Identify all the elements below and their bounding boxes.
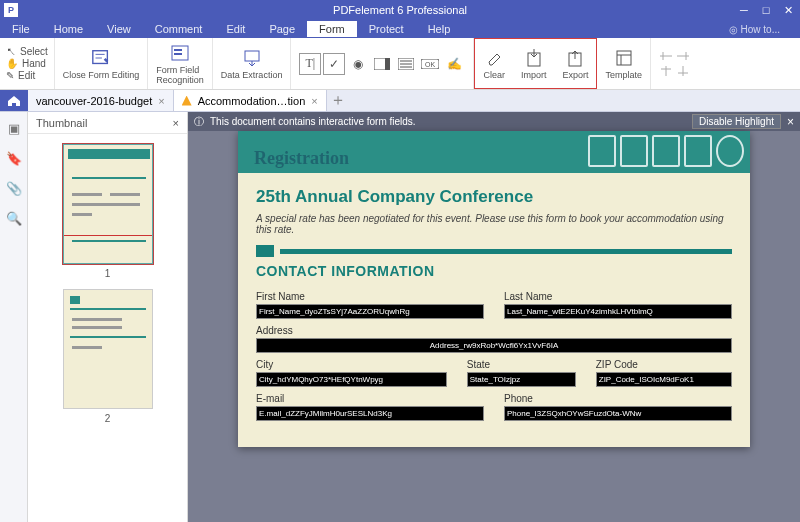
form-info-bar: ⓘ This document contains interactive for… — [188, 112, 800, 131]
document-tab-bar: vancouver-2016-budget × Accommodation…ti… — [0, 90, 800, 112]
svg-rect-4 — [245, 51, 259, 61]
app-icon: P — [4, 3, 18, 17]
hdr-icon-3 — [652, 135, 680, 167]
add-tab-button[interactable]: ＋ — [327, 90, 349, 111]
registration-heading: Registration — [254, 148, 349, 169]
address-field[interactable]: Address_rw9xRob*Wcfl6Yx1VvF6IA — [256, 338, 732, 353]
checkbox-tool[interactable]: ✓ — [323, 53, 345, 75]
search-icon[interactable]: 🔍 — [6, 210, 22, 226]
email-label: E-mail — [256, 393, 484, 404]
listbox-tool[interactable] — [395, 53, 417, 75]
bookmarks-icon[interactable]: 🔖 — [6, 150, 22, 166]
first-name-label: First Name — [256, 291, 484, 302]
data-extract-icon — [242, 48, 262, 68]
signature-tool[interactable]: ✍ — [443, 53, 465, 75]
template-button[interactable]: Template — [597, 38, 651, 89]
attachments-icon[interactable]: 📎 — [6, 180, 22, 196]
hdr-icon-2 — [620, 135, 648, 167]
thumbnail-page-2[interactable] — [63, 289, 153, 409]
align-2[interactable] — [676, 50, 690, 62]
highlighted-io-group: Clear Import Export — [474, 38, 597, 89]
how-to-link[interactable]: ◎ How to... — [729, 24, 780, 35]
form-tools-group: T| ✓ ◉ OK ✍ — [291, 38, 474, 89]
align-1[interactable] — [659, 50, 673, 62]
doc-tab-1[interactable]: vancouver-2016-budget × — [28, 90, 174, 111]
maximize-button[interactable]: □ — [756, 3, 776, 17]
email-field[interactable]: E.mail_dZZFyJMilmH0urSESLNd3Kg — [256, 406, 484, 421]
hdr-icon-5 — [716, 135, 744, 167]
eraser-icon — [484, 48, 504, 68]
home-tab-button[interactable] — [0, 90, 28, 111]
svg-rect-2 — [174, 49, 182, 51]
hand-tool[interactable]: ✋Hand — [6, 58, 48, 69]
ribbon: ⭦Select ✋Hand ✎Edit Close Form Editing F… — [0, 38, 800, 90]
city-label: City — [256, 359, 447, 370]
close-tab-2[interactable]: × — [311, 95, 317, 107]
svg-rect-12 — [617, 51, 631, 65]
clear-button[interactable]: Clear — [475, 39, 513, 88]
menu-help[interactable]: Help — [416, 21, 463, 37]
thumbnails-icon[interactable]: ▣ — [6, 120, 22, 136]
minimize-button[interactable]: ─ — [734, 3, 754, 17]
export-button[interactable]: Export — [554, 39, 596, 88]
section-separator — [256, 245, 732, 257]
text-field-tool[interactable]: T| — [299, 53, 321, 75]
data-extraction-button[interactable]: Data Extraction — [213, 38, 292, 89]
close-info-bar[interactable]: × — [787, 115, 794, 129]
doc-tab-2[interactable]: Accommodation…tion × — [174, 90, 327, 111]
disable-highlight-button[interactable]: Disable Highlight — [692, 114, 781, 129]
menu-edit[interactable]: Edit — [214, 21, 257, 37]
thumbnail-title: Thumbnail — [36, 117, 87, 129]
close-window-button[interactable]: ✕ — [778, 3, 798, 17]
pointer-icon: ⭦ — [6, 46, 16, 57]
state-field[interactable]: State_TOIzjpz — [467, 372, 576, 387]
first-name-field[interactable]: First_Name_dyoZTsSYj7AaZZORUqwhRg — [256, 304, 484, 319]
conference-title: 25th Annual Company Conference — [256, 187, 732, 207]
hdr-icon-4 — [684, 135, 712, 167]
menu-form[interactable]: Form — [307, 21, 357, 37]
alignment-group — [651, 38, 698, 89]
select-tool[interactable]: ⭦Select — [6, 46, 48, 57]
menu-bar: File Home View Comment Edit Page Form Pr… — [0, 20, 800, 38]
selection-group: ⭦Select ✋Hand ✎Edit — [0, 38, 55, 89]
city-field[interactable]: City_hdYMQhyO73*HEfQYtnWpyg — [256, 372, 447, 387]
last-name-field[interactable]: Last_Name_wtE2EKuY4zimhkLHVtblmQ — [504, 304, 732, 319]
menu-comment[interactable]: Comment — [143, 21, 215, 37]
edit-tool[interactable]: ✎Edit — [6, 70, 48, 81]
menu-page[interactable]: Page — [257, 21, 307, 37]
button-tool[interactable]: OK — [419, 53, 441, 75]
import-icon — [524, 48, 544, 68]
template-icon — [614, 48, 634, 68]
close-thumbnail-panel[interactable]: × — [173, 117, 179, 129]
radio-tool[interactable]: ◉ — [347, 53, 369, 75]
thumbnail-list[interactable]: 1 2 — [28, 134, 187, 522]
info-message: This document contains interactive form … — [210, 116, 416, 127]
form-edit-icon — [91, 48, 111, 68]
thumbnail-page-1[interactable] — [63, 144, 153, 264]
align-3[interactable] — [659, 65, 673, 77]
zip-field[interactable]: ZIP_Code_ISOIcM9dFoK1 — [596, 372, 732, 387]
thumb-2-label: 2 — [63, 413, 153, 424]
menu-home[interactable]: Home — [42, 21, 95, 37]
svg-text:OK: OK — [425, 61, 435, 68]
title-bar: P PDFelement 6 Professional ─ □ ✕ — [0, 0, 800, 20]
menu-view[interactable]: View — [95, 21, 143, 37]
close-tab-1[interactable]: × — [158, 95, 164, 107]
align-4[interactable] — [676, 65, 690, 77]
form-field-recognition-button[interactable]: Form Field Recognition — [148, 38, 213, 89]
last-name-label: Last Name — [504, 291, 732, 302]
close-form-editing-button[interactable]: Close Form Editing — [55, 38, 149, 89]
intro-text: A special rate has been negotiated for t… — [256, 213, 732, 235]
app-title: PDFelement 6 Professional — [333, 4, 467, 16]
menu-file[interactable]: File — [0, 21, 42, 37]
combobox-tool[interactable] — [371, 53, 393, 75]
import-button[interactable]: Import — [513, 39, 555, 88]
thumbnail-panel: Thumbnail × 1 — [28, 112, 188, 522]
phone-field[interactable]: Phone_I3ZSQxhOYwSFuzdOta-WNw — [504, 406, 732, 421]
zip-label: ZIP Code — [596, 359, 732, 370]
svg-rect-0 — [93, 50, 108, 63]
document-viewport[interactable]: ⓘ This document contains interactive for… — [188, 112, 800, 522]
hand-icon: ✋ — [6, 58, 18, 69]
menu-protect[interactable]: Protect — [357, 21, 416, 37]
field-recog-icon — [170, 43, 190, 63]
